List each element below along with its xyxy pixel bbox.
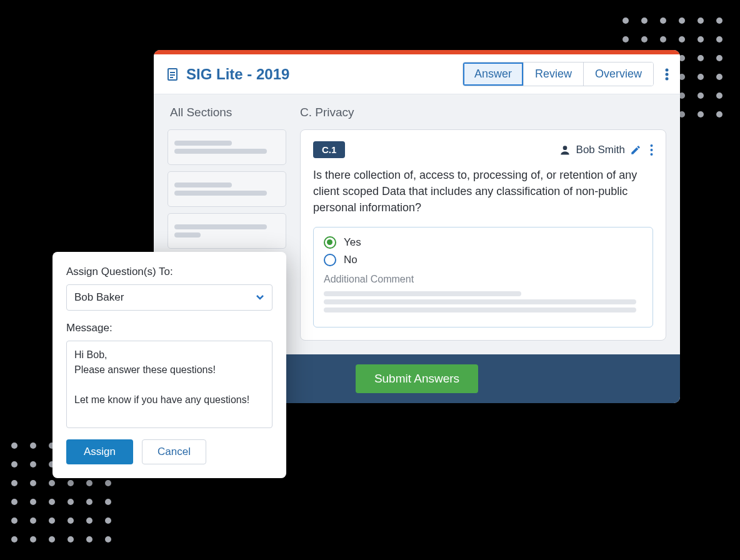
comment-label: Additional Comment (324, 274, 642, 285)
svg-point-10 (651, 153, 653, 156)
modal-actions: Assign Cancel (66, 439, 272, 464)
question-menu-icon[interactable] (650, 144, 653, 156)
cancel-button[interactable]: Cancel (142, 439, 206, 464)
svg-point-4 (666, 68, 669, 71)
message-label: Message: (66, 322, 272, 334)
window-accent-bar (154, 50, 680, 54)
question-header: C.1 Bob Smith (313, 141, 653, 158)
sidebar-title: All Sections (168, 106, 286, 119)
svg-point-8 (651, 144, 653, 147)
assign-button[interactable]: Assign (66, 439, 133, 464)
assign-to-label: Assign Question(s) To: (66, 266, 272, 278)
radio-icon (324, 254, 336, 266)
radio-yes[interactable]: Yes (324, 236, 642, 249)
svg-point-7 (562, 146, 567, 150)
document-icon (165, 67, 180, 82)
radio-label: No (344, 254, 358, 266)
chevron-down-icon (256, 294, 264, 301)
comment-placeholder[interactable] (324, 291, 642, 312)
assignee-select[interactable]: Bob Baker (66, 284, 272, 311)
header-menu-icon[interactable] (665, 67, 669, 82)
view-tabs: Answer Review Overview (462, 62, 654, 86)
main-panel: C. Privacy C.1 Bob Smith (300, 106, 666, 341)
radio-icon (324, 236, 336, 249)
document-title: SIG Lite - 2019 (186, 66, 289, 83)
radio-no[interactable]: No (324, 254, 642, 266)
assignee-select-value: Bob Baker (74, 291, 124, 304)
question-text: Is there collection of, access to, proce… (313, 167, 653, 216)
submit-button[interactable]: Submit Answers (356, 364, 478, 393)
question-card: C.1 Bob Smith (300, 129, 666, 341)
radio-label: Yes (344, 236, 361, 249)
message-textarea[interactable]: Hi Bob, Please answer these questions! L… (66, 341, 272, 428)
svg-point-6 (666, 77, 669, 80)
assign-modal: Assign Question(s) To: Bob Baker Message… (52, 252, 286, 478)
svg-point-5 (666, 72, 669, 76)
tab-overview[interactable]: Overview (583, 62, 653, 86)
window-header: SIG Lite - 2019 Answer Review Overview (154, 54, 680, 94)
tab-answer[interactable]: Answer (463, 62, 523, 86)
question-assignee: Bob Smith (559, 144, 653, 156)
tab-review[interactable]: Review (523, 62, 583, 86)
question-id-badge: C.1 (313, 141, 345, 158)
section-title: C. Privacy (300, 106, 666, 119)
person-icon (559, 144, 571, 156)
section-item[interactable] (168, 171, 286, 207)
section-item[interactable] (168, 129, 286, 165)
edit-icon[interactable] (630, 144, 641, 156)
svg-point-9 (651, 149, 653, 151)
answer-box: Yes No Additional Comment (313, 227, 653, 328)
section-item[interactable] (168, 213, 286, 249)
assignee-name: Bob Smith (576, 144, 625, 156)
